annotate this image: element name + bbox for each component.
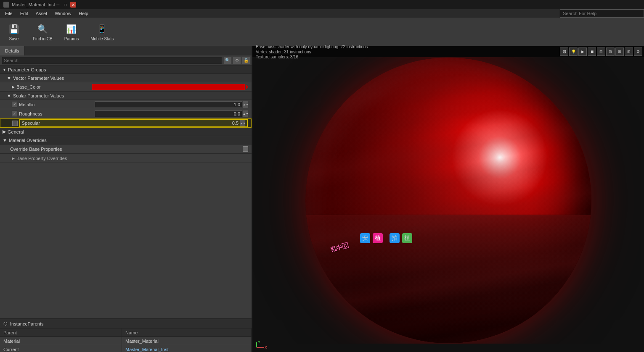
roughness-checkbox[interactable]: ✓ [12, 111, 17, 116]
svg-text:X: X [265, 345, 267, 349]
viewport-info-bar: Base pass shader with only dynamic light… [252, 46, 644, 57]
instance-row-material: Material Master_Material [0, 337, 252, 345]
params-label: Params [64, 37, 79, 41]
mobile-stats-label: Mobile Stats [90, 37, 114, 41]
details-tab-bar: Details [0, 46, 252, 55]
vp-btn-grid2[interactable]: ⊞ [606, 47, 615, 56]
roughness-input[interactable]: 0.0 [95, 110, 242, 117]
current-name-cell: Master_Material_Inst [122, 345, 252, 352]
specular-input[interactable] [72, 120, 240, 126]
scalar-arrow-icon: ▼ [7, 93, 11, 98]
color-swatch[interactable] [92, 84, 245, 90]
mat-override-arrow: ▼ [3, 138, 7, 143]
menu-file[interactable]: File [2, 10, 16, 17]
menu-window[interactable]: Window [51, 10, 74, 17]
ground-plane [305, 215, 591, 343]
vp-btn-play[interactable]: ▶ [578, 47, 587, 56]
property-row-specular: Specular ▲▼ [0, 118, 252, 128]
maximize-button[interactable]: □ [63, 2, 69, 8]
shader-info: Base pass shader with only dynamic light… [256, 45, 368, 49]
specular-checkbox[interactable] [12, 121, 18, 126]
metallic-checkbox[interactable]: ✓ [12, 102, 17, 107]
material-overrides-header[interactable]: ▼ Material Overrides [0, 136, 252, 144]
base-color-arrow: ▶ [12, 85, 15, 89]
viewport: Base pass shader with only dynamic light… [252, 46, 644, 352]
find-in-cb-icon: 🔍 [36, 22, 49, 36]
close-button[interactable]: ✕ [70, 2, 76, 8]
vector-param-header[interactable]: ▼ Vector Parameter Values [0, 74, 252, 82]
parameter-groups-header[interactable]: ▼ Parameter Groups [0, 66, 252, 74]
top-search-container [560, 9, 644, 18]
parameter-groups-label: Parameter Groups [8, 67, 46, 72]
instance-table-header: Parent Name [0, 328, 252, 337]
sphere-scene: 乱中🇨 安 植 拍 植 [252, 57, 644, 344]
save-icon: 💾 [7, 22, 21, 36]
details-search-input[interactable] [2, 57, 222, 64]
svg-text:Y: Y [258, 341, 260, 344]
name-col-header: Name [122, 328, 252, 336]
metallic-spinner[interactable]: ▲▼ [243, 101, 248, 108]
axis-indicator: X Y [256, 341, 268, 350]
icon-badge-blue: 安 [360, 233, 370, 243]
lock-icon[interactable]: 🔒 [242, 57, 250, 64]
viewport-toolbar: 🖼 💡 ▶ ⏹ ⊞ ⊞ ⊞ ⊞ ⚙ [558, 46, 644, 57]
vp-btn-stop[interactable]: ⏹ [588, 47, 596, 56]
find-in-cb-button[interactable]: 🔍 Find in CB [29, 21, 56, 43]
general-label: General [8, 129, 24, 134]
params-button[interactable]: 📊 Params [61, 21, 82, 43]
override-base-checkbox[interactable] [243, 146, 248, 152]
settings-icon[interactable]: ⚙ [233, 57, 241, 64]
instance-parents-tab[interactable]: ⬡ InstanceParents [0, 319, 252, 328]
instance-row-current: Current Master_Material_Inst [0, 345, 252, 352]
specular-highlight-box: Specular ▲▼ [19, 119, 248, 127]
search-button[interactable]: 🔍 [224, 57, 231, 64]
overlay-icons: 安 植 拍 植 [360, 233, 412, 243]
details-search-row: 🔍 ⚙ 🔒 [0, 55, 252, 66]
material-parent-cell: Material [0, 337, 122, 345]
arrow-icon: ▼ [3, 68, 6, 72]
roughness-spinner[interactable]: ▲▼ [243, 110, 248, 117]
properties-panel: ▼ Parameter Groups ▼ Vector Parameter Va… [0, 66, 252, 318]
minimize-button[interactable]: ─ [55, 2, 61, 8]
vp-btn-frame[interactable]: 🖼 [560, 47, 568, 56]
top-search-input[interactable] [560, 9, 644, 18]
vertex-info: Vertex shader: 31 instructions [256, 50, 368, 54]
vp-btn-grid3[interactable]: ⊞ [615, 47, 624, 56]
toolbar: 💾 Save 🔍 Find in CB 📊 Params 📱 Mobile St… [0, 18, 644, 46]
base-color-label: Base_Color [16, 84, 92, 89]
vector-arrow-icon: ▼ [7, 76, 11, 81]
menu-asset[interactable]: Asset [32, 10, 51, 17]
instance-parents-panel: ⬡ InstanceParents Parent Name Material M… [0, 318, 252, 352]
tab-details[interactable]: Details [0, 46, 25, 55]
override-base-row: Override Base Properties [0, 144, 252, 154]
texture-info: Texture samplers: 3/16 [256, 55, 368, 59]
color-triangle [246, 84, 248, 90]
scalar-param-label: Scalar Parameter Values [13, 93, 64, 98]
scalar-param-header[interactable]: ▼ Scalar Parameter Values [0, 92, 252, 100]
icon-badge-green: 植 [402, 233, 412, 243]
vp-btn-grid1[interactable]: ⊞ [597, 47, 605, 56]
vector-param-label: Vector Parameter Values [13, 76, 64, 81]
vp-btn-light[interactable]: 💡 [569, 47, 578, 56]
mobile-stats-button[interactable]: 📱 Mobile Stats [87, 21, 117, 43]
menu-edit[interactable]: Edit [17, 10, 32, 17]
metallic-label: Metallic [19, 102, 95, 107]
base-prop-overrides-row: ▶ Base Property Overrides [0, 154, 252, 163]
vp-btn-grid4[interactable]: ⊞ [625, 47, 633, 56]
metallic-value-area: 1.0 ▲▼ [95, 101, 248, 108]
instance-tab-label: InstanceParents [10, 321, 44, 326]
specular-spinner[interactable]: ▲▼ [240, 120, 245, 126]
sphere-wrapper: 乱中🇨 安 植 拍 植 [305, 58, 591, 343]
general-section-header[interactable]: ▶ General [0, 128, 252, 136]
base-prop-arrow: ▶ [12, 156, 15, 160]
vp-btn-settings[interactable]: ⚙ [634, 47, 642, 56]
roughness-label: Roughness [19, 111, 95, 116]
roughness-value-area: 0.0 ▲▼ [95, 110, 248, 117]
menu-help[interactable]: Help [75, 10, 92, 17]
save-button[interactable]: 💾 Save [3, 21, 24, 43]
base-color-value [92, 84, 248, 90]
metallic-input[interactable]: 1.0 [95, 101, 242, 108]
material-name-cell: Master_Material [122, 337, 252, 345]
mobile-stats-icon: 📱 [95, 22, 109, 36]
property-row-roughness: ✓ Roughness 0.0 ▲▼ [0, 109, 252, 118]
